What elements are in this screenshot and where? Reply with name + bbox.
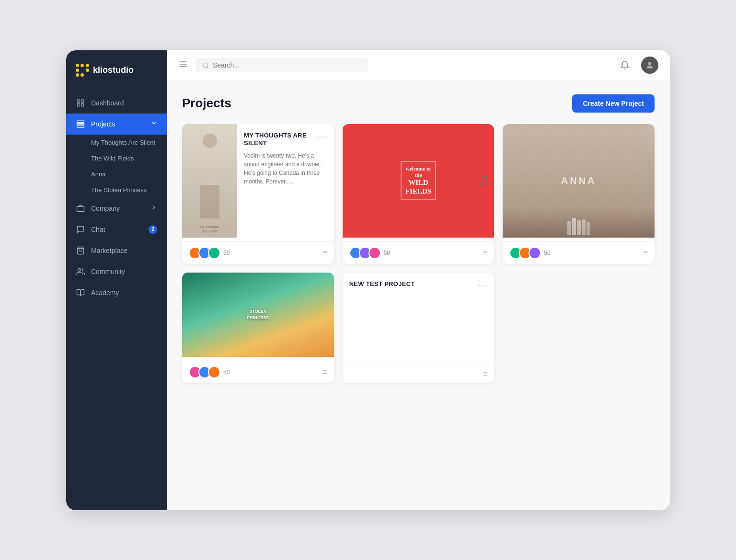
sidebar-item-dashboard[interactable]: Dashboard	[66, 92, 167, 114]
project-card-anna: ANNA	[503, 124, 655, 264]
thoughts-art: My ThoughtsAre Silent	[182, 124, 237, 238]
anna-label: ANNA	[561, 175, 597, 186]
sidebar-item-academy[interactable]: Academy	[66, 282, 167, 303]
card-list-icon-newtest[interactable]: ≡	[483, 370, 487, 378]
chat-icon	[76, 225, 85, 234]
dashboard-icon	[76, 98, 85, 108]
svg-point-15	[648, 62, 652, 65]
svg-rect-6	[77, 126, 84, 127]
sidebar-item-projects[interactable]: Projects	[66, 114, 167, 135]
card-list-icon-wildfields[interactable]: ≡	[483, 249, 487, 257]
avatar	[208, 366, 220, 378]
card-title-row: MY THOUGHTS ARE SILENT ···	[244, 132, 327, 148]
company-chevron-icon	[150, 204, 157, 212]
chat-badge: 2	[149, 225, 157, 234]
create-new-project-button[interactable]: Create New Project	[572, 94, 655, 113]
card-list-icon-thoughts[interactable]: ≡	[322, 249, 327, 257]
project-card-wildfields: welcome totheWILDFIELDS 🎵 THE WILD FIELD…	[343, 124, 494, 264]
company-icon	[76, 204, 85, 213]
main-content: Projects Create New Project My ThoughtsA…	[167, 50, 670, 510]
sidebar: kliostudio Dashboard Projects	[66, 50, 167, 510]
card-title-row: NEW TEST PROJECT ···	[343, 273, 494, 294]
project-poster-anna: ANNA	[503, 124, 655, 238]
avatar	[368, 247, 381, 259]
svg-rect-5	[77, 123, 84, 125]
sidebar-label-community: Community	[91, 268, 125, 275]
avatar	[208, 247, 220, 259]
card-list-icon-stolen[interactable]: ≡	[322, 368, 327, 377]
svg-rect-1	[81, 100, 84, 102]
svg-rect-2	[77, 103, 80, 106]
projects-chevron-icon	[150, 120, 157, 128]
members-count-thoughts: 50	[223, 250, 230, 256]
sidebar-item-anna[interactable]: Anna	[66, 166, 167, 182]
members-count-anna: 50	[544, 250, 550, 256]
logo-icon	[76, 64, 89, 77]
svg-rect-3	[81, 103, 84, 106]
topbar	[167, 50, 670, 81]
content-header: Projects Create New Project	[182, 94, 655, 113]
menu-icon[interactable]	[178, 59, 188, 71]
sidebar-label-chat: Chat	[91, 226, 105, 233]
card-footer-newtest: ≡	[343, 365, 494, 383]
project-poster-wildfields: welcome totheWILDFIELDS 🎵	[343, 124, 494, 238]
logo-text: kliostudio	[93, 65, 134, 75]
community-icon	[76, 267, 85, 276]
marketplace-icon	[76, 246, 85, 255]
project-more-thoughts[interactable]: ···	[317, 132, 327, 142]
project-poster-thoughts: My ThoughtsAre Silent	[182, 124, 237, 238]
sidebar-nav: Dashboard Projects My Thoughts Are Silen…	[66, 89, 167, 510]
svg-rect-7	[77, 206, 84, 212]
members-count-stolen: 50	[223, 369, 230, 376]
projects-sub-nav: My Thoughts Are Silent The Wild Fields A…	[66, 135, 167, 198]
card-body: STOLENPRINCESS THE STOLEN PRINCESS ··· A…	[182, 273, 334, 357]
avatar-stack-thoughts: 50	[189, 247, 230, 259]
card-body: ANNA	[503, 124, 655, 238]
search-bar[interactable]	[196, 58, 368, 72]
card-info: MY THOUGHTS ARE SILENT ··· Vadim is twen…	[237, 124, 334, 238]
notification-bell-icon[interactable]	[616, 57, 633, 74]
sidebar-label-projects: Projects	[91, 120, 115, 128]
sidebar-item-stolen-princess[interactable]: The Stolen Princess	[66, 182, 167, 198]
avatar	[529, 247, 541, 259]
card-body: welcome totheWILDFIELDS 🎵 THE WILD FIELD…	[343, 124, 494, 238]
sidebar-item-thoughts-silent[interactable]: My Thoughts Are Silent	[66, 135, 167, 150]
svg-point-13	[203, 63, 207, 67]
card-footer-anna: 50 ≡	[503, 241, 655, 264]
svg-point-9	[78, 268, 81, 271]
avatar-stack-stolen: 50	[189, 366, 230, 378]
members-count-wildfields: 50	[384, 250, 390, 256]
card-footer-thoughts: 50 ≡	[182, 241, 334, 264]
search-icon	[202, 62, 209, 69]
logo: kliostudio	[66, 50, 167, 89]
sidebar-item-community[interactable]: Community	[66, 261, 167, 282]
academy-icon	[76, 288, 85, 297]
project-title-newtest: NEW TEST PROJECT	[349, 280, 415, 287]
svg-line-14	[207, 67, 208, 68]
project-card-newtest: NEW TEST PROJECT ··· ≡	[343, 273, 494, 384]
sidebar-label-academy: Academy	[91, 289, 119, 297]
projects-grid: My ThoughtsAre Silent MY THOUGHTS ARE SI…	[182, 124, 655, 384]
sidebar-label-marketplace: Marketplace	[91, 247, 127, 254]
project-more-newtest[interactable]: ···	[477, 280, 487, 290]
sidebar-item-company[interactable]: Company	[66, 198, 167, 219]
svg-rect-0	[77, 100, 80, 102]
svg-rect-4	[77, 121, 84, 122]
card-body: My ThoughtsAre Silent MY THOUGHTS ARE SI…	[182, 124, 334, 238]
app-frame: kliostudio Dashboard Projects	[66, 50, 670, 510]
sidebar-item-chat[interactable]: Chat 2	[66, 219, 167, 240]
user-avatar[interactable]	[641, 57, 658, 74]
card-footer-wildfields: 50 ≡	[343, 241, 494, 264]
project-card-stolen: STOLENPRINCESS THE STOLEN PRINCESS ··· A…	[182, 273, 334, 384]
wildfields-label: welcome totheWILDFIELDS	[401, 161, 436, 200]
card-footer-stolen: 50 ≡	[182, 361, 334, 383]
search-input[interactable]	[213, 61, 361, 69]
sidebar-label-dashboard: Dashboard	[91, 99, 124, 107]
sidebar-item-wild-fields[interactable]: The Wild Fields	[66, 150, 167, 166]
card-list-icon-anna[interactable]: ≡	[644, 249, 648, 257]
avatar-stack-anna: 50	[509, 247, 550, 259]
sidebar-label-company: Company	[91, 205, 120, 212]
empty-card-body: NEW TEST PROJECT ···	[343, 273, 494, 361]
projects-icon	[76, 119, 85, 129]
sidebar-item-marketplace[interactable]: Marketplace	[66, 240, 167, 261]
